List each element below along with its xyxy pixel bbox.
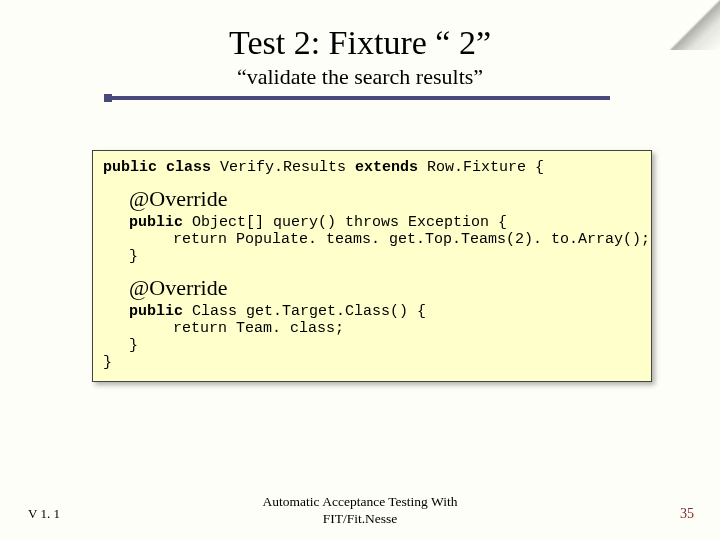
footer-title: Automatic Acceptance Testing With FIT/Fi… [0,494,720,528]
footer-line2: FIT/Fit.Nesse [323,511,398,526]
page-number: 35 [680,506,694,522]
title-underline [110,96,610,100]
method2-rest: Class get.Target.Class() { [192,303,426,320]
kw-public-1: public [129,214,192,231]
method2-close: } [103,337,641,354]
method1-close: } [103,248,641,265]
method2-body: return Team. class; [103,320,641,337]
kw-public-2: public [129,303,192,320]
method1-rest: Object[] query() throws Exception { [192,214,507,231]
class-close: } [103,354,641,371]
footer-line1: Automatic Acceptance Testing With [263,494,458,509]
slide-subtitle: “validate the search results” [0,64,720,90]
class-name: Verify.Results [220,159,346,176]
override-annotation-2: @Override [129,275,641,301]
extends-name: Row.Fixture { [427,159,544,176]
slide-title: Test 2: Fixture “ 2” [0,0,720,62]
method1-sig: public Object[] query() throws Exception… [103,214,641,231]
kw-extends: extends [346,159,427,176]
slide: Test 2: Fixture “ 2” “validate the searc… [0,0,720,540]
method1-body: return Populate. teams. get.Top.Teams(2)… [103,231,641,248]
code-class-decl: public class Verify.Results extends Row.… [103,159,641,176]
corner-shadow [670,0,720,50]
method2-sig: public Class get.Target.Class() { [103,303,641,320]
override-annotation-1: @Override [129,186,641,212]
kw-public-class: public class [103,159,220,176]
code-box: public class Verify.Results extends Row.… [92,150,652,382]
